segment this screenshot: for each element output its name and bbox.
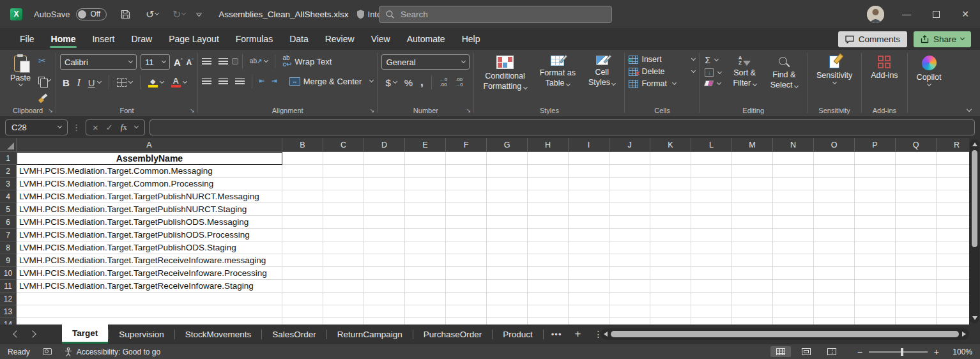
minimize-button[interactable]: — (892, 0, 921, 28)
sheet-tab-salesorder[interactable]: SalesOrder (262, 325, 326, 344)
decrease-indent-icon[interactable]: ⇤ (259, 78, 264, 84)
wrap-text-button[interactable]: abc↩ Wrap Text (282, 55, 332, 68)
italic-button[interactable]: I (77, 77, 80, 88)
sheet-tab-purchaseorder[interactable]: PurchaseOrder (413, 325, 493, 344)
cell-styles-button[interactable]: Cell Styles (583, 54, 621, 105)
conditional-formatting-button[interactable]: Conditional Formatting (478, 54, 532, 105)
bold-button[interactable]: B (63, 77, 70, 88)
paste-button[interactable]: Paste (4, 54, 37, 105)
column-header-F[interactable]: F (446, 138, 487, 152)
page-break-view-button[interactable] (822, 346, 842, 357)
previous-sheet-arrow-icon[interactable] (13, 330, 20, 337)
decrease-font-size-button[interactable]: Aˇ (187, 57, 194, 67)
zoom-level-label[interactable]: 100% (948, 348, 972, 356)
fill-color-button[interactable]: ◆ (148, 78, 164, 88)
sheet-tab-product[interactable]: Product (493, 325, 543, 344)
row-header-7[interactable]: 7 (0, 229, 17, 241)
cell-A14[interactable] (17, 318, 282, 325)
row-header-4[interactable]: 4 (0, 190, 17, 203)
copilot-button[interactable]: Copilot (912, 54, 947, 87)
cells-row-13[interactable] (282, 305, 969, 318)
zoom-slider-thumb[interactable] (901, 348, 903, 356)
cells-row-5[interactable] (282, 203, 969, 216)
align-center-button[interactable] (218, 78, 228, 85)
merge-center-button[interactable]: ↔ Merge & Center (289, 77, 374, 86)
column-header-M[interactable]: M (732, 138, 773, 152)
ribbon-tab-data[interactable]: Data (281, 29, 317, 49)
cells-row-10[interactable] (282, 267, 969, 280)
column-header-E[interactable]: E (405, 138, 446, 152)
ribbon-tab-view[interactable]: View (363, 29, 399, 49)
sensitivity-button[interactable]: Sensitivity (811, 54, 857, 85)
decrease-decimal-button[interactable]: .00→0 (455, 77, 463, 88)
ribbon-tab-page-layout[interactable]: Page Layout (160, 29, 227, 49)
ribbon-tab-insert[interactable]: Insert (84, 29, 123, 49)
increase-font-size-button[interactable]: Aˆ (174, 57, 183, 68)
paste-chevron-icon[interactable] (18, 82, 22, 86)
maximize-button[interactable] (921, 0, 951, 28)
row-header-6[interactable]: 6 (0, 216, 17, 229)
ribbon-tab-draw[interactable]: Draw (123, 29, 160, 49)
row-header-11[interactable]: 11 (0, 280, 17, 293)
cells-row-3[interactable] (282, 178, 969, 190)
row-header-9[interactable]: 9 (0, 254, 17, 267)
next-sheet-arrow-icon[interactable] (29, 330, 36, 337)
column-header-H[interactable]: H (528, 138, 569, 152)
sheet-tab-stockmovements[interactable]: StockMovements (175, 325, 262, 344)
new-sheet-button[interactable]: + (574, 328, 581, 340)
cell-A12[interactable] (17, 293, 282, 305)
cell-A3[interactable]: LVMH.PCIS.Mediation.Target.Common.Proces… (17, 178, 282, 190)
row-header-10[interactable]: 10 (0, 267, 17, 280)
row-header-12[interactable]: 12 (0, 293, 17, 305)
column-header-N[interactable]: N (773, 138, 814, 152)
font-color-button[interactable]: A (171, 77, 187, 88)
row-header-13[interactable]: 13 (0, 305, 17, 318)
ribbon-tab-home[interactable]: Home (43, 29, 84, 49)
font-size-combobox[interactable]: 11 (141, 54, 170, 70)
format-cells-button[interactable]: Format (629, 79, 695, 88)
font-name-combobox[interactable]: Calibri (60, 54, 137, 70)
cells-row-7[interactable] (282, 229, 969, 241)
column-header-Q[interactable]: Q (896, 138, 937, 152)
accessibility-status[interactable]: Accessibility: Good to go (65, 348, 160, 356)
increase-indent-icon[interactable]: ⇥ (272, 78, 277, 84)
align-left-button[interactable] (202, 78, 211, 85)
cell-A6[interactable]: LVMH.PCIS.Mediation.Target.TargetPublish… (17, 216, 282, 229)
copy-button[interactable] (38, 77, 50, 84)
currency-button[interactable]: $ (385, 77, 396, 88)
normal-view-button[interactable] (770, 346, 791, 357)
clipboard-dialog-launcher-icon[interactable]: ↘ (48, 108, 53, 114)
column-header-J[interactable]: J (609, 138, 650, 152)
vertical-scrollbar[interactable] (969, 138, 980, 325)
find-select-button[interactable]: Find & Select (765, 54, 803, 105)
cells-row-2[interactable] (282, 165, 969, 178)
middle-align-button[interactable] (218, 58, 228, 65)
cells-row-11[interactable] (282, 280, 969, 293)
ribbon-tab-file[interactable]: File (11, 29, 43, 49)
column-header-C[interactable]: C (323, 138, 364, 152)
autosum-button[interactable]: Σ (705, 56, 721, 65)
cell-A10[interactable]: LVMH.PCIS.Mediation.Target.TargetReceive… (17, 267, 282, 280)
comma-style-button[interactable]: , (420, 79, 424, 86)
more-sheets-icon[interactable]: ••• (551, 330, 562, 339)
borders-button[interactable] (117, 78, 132, 87)
ribbon-tab-help[interactable]: Help (454, 29, 489, 49)
cells-row-9[interactable] (282, 254, 969, 267)
column-header-I[interactable]: I (569, 138, 609, 152)
user-avatar[interactable] (867, 6, 884, 23)
insert-cells-button[interactable]: ⇐Insert (629, 55, 695, 64)
redo-button[interactable]: ↻ (171, 6, 187, 22)
column-header-O[interactable]: O (814, 138, 855, 152)
increase-decimal-button[interactable]: ←0.00 (440, 77, 447, 88)
undo-menu-chevron-icon[interactable] (155, 11, 159, 15)
row-header-14[interactable]: 14 (0, 318, 17, 325)
clear-button[interactable] (705, 80, 721, 86)
close-button[interactable]: ✕ (951, 0, 980, 28)
cell-A4[interactable]: LVMH.PCIS.Mediation.Target.TargetPublish… (17, 190, 282, 203)
cell-A8[interactable]: LVMH.PCIS.Mediation.Target.TargetPublish… (17, 241, 282, 254)
search-input[interactable]: Search (379, 6, 612, 23)
undo-button[interactable]: ↺ (144, 6, 160, 22)
font-dialog-launcher-icon[interactable]: ↘ (190, 108, 195, 114)
horizontal-scrollbar[interactable] (601, 328, 969, 340)
cell-A2[interactable]: LVMH.PCIS.Mediation.Target.Common.Messag… (17, 165, 282, 178)
